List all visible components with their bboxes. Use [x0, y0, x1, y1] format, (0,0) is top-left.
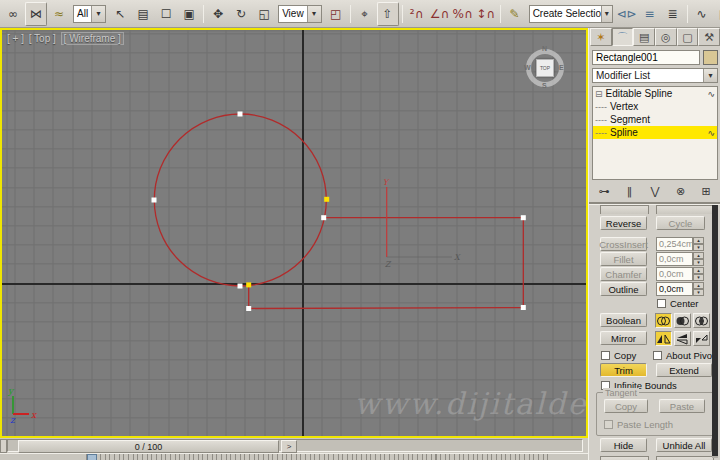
- stack-row-spline-selected[interactable]: ---- Spline ∿: [593, 126, 717, 139]
- copy-checkbox[interactable]: Copy: [601, 350, 636, 361]
- cross-insert-spinner[interactable]: 0,254cm ▴▾: [656, 237, 704, 251]
- checkbox-box[interactable]: [653, 351, 662, 360]
- select-and-link-icon[interactable]: ∞: [2, 2, 24, 26]
- viewport-canvas[interactable]: www.dijitalders YXZyxz [ + ] [ Top ] [ W…: [2, 30, 586, 436]
- make-unique-icon[interactable]: ⋁: [646, 185, 664, 198]
- keyboard-override-toggle-icon[interactable]: ⇧: [377, 2, 399, 26]
- tab-create[interactable]: ✶: [590, 28, 612, 46]
- select-object-icon[interactable]: ↖: [109, 2, 131, 26]
- select-and-scale-icon[interactable]: ◱: [253, 2, 275, 26]
- time-slider-partial-button[interactable]: [0, 439, 7, 453]
- about-pivot-checkbox[interactable]: About Pivot: [653, 350, 715, 361]
- stack-row-icon[interactable]: ∿: [707, 128, 715, 138]
- cycle-button[interactable]: Cycle: [656, 216, 705, 230]
- viewport-shading-label[interactable]: [ Wireframe ]: [61, 32, 124, 45]
- chevron-down-icon[interactable]: ▾: [307, 6, 321, 22]
- partial-button[interactable]: [600, 456, 649, 460]
- layer-manager-icon[interactable]: ≣: [662, 2, 684, 26]
- partial-button[interactable]: [656, 456, 714, 460]
- reference-coordinate-dropdown[interactable]: View▾: [278, 5, 322, 23]
- window-crossing-icon[interactable]: ▣: [178, 2, 200, 26]
- snaps-toggle-icon[interactable]: ²∩: [406, 2, 428, 26]
- panel-scrollbar-thumb[interactable]: [712, 205, 718, 456]
- partial-button[interactable]: [656, 205, 714, 214]
- unlink-selection-icon[interactable]: ⋈: [25, 2, 47, 26]
- mirror-icon[interactable]: ⊲⊳: [616, 2, 638, 26]
- checkbox-box[interactable]: [657, 299, 666, 308]
- curve-editor-icon[interactable]: ∿: [691, 2, 713, 26]
- mirror-vertical-icon[interactable]: [674, 331, 691, 346]
- spline-drawing[interactable]: YXZyxz: [2, 30, 586, 436]
- select-and-rotate-icon[interactable]: ↻: [230, 2, 252, 26]
- stack-row-segment[interactable]: ---- Segment: [593, 113, 717, 126]
- track-bar-handle[interactable]: [87, 454, 97, 460]
- chevron-down-icon[interactable]: ▾: [91, 6, 105, 22]
- viewcube-top-face[interactable]: TOP: [536, 59, 554, 77]
- checkbox-box[interactable]: [604, 420, 613, 429]
- stack-row-vertex[interactable]: ---- Vertex: [593, 100, 717, 113]
- fillet-button[interactable]: Fillet: [600, 252, 647, 266]
- chevron-down-icon[interactable]: ▾: [703, 69, 717, 82]
- pin-stack-icon[interactable]: ⊶: [595, 185, 613, 198]
- chamfer-spinner[interactable]: 0,0cm ▴▾: [656, 267, 704, 281]
- chamfer-button[interactable]: Chamfer: [600, 267, 647, 281]
- modifier-list-dropdown[interactable]: Modifier List ▾: [592, 68, 718, 83]
- mirror-both-icon[interactable]: [693, 331, 710, 346]
- track-bar[interactable]: [0, 453, 588, 460]
- tab-motion[interactable]: ◎: [655, 28, 677, 46]
- percent-snap-toggle-icon[interactable]: %∩: [452, 2, 474, 26]
- bind-to-spacewarp-icon[interactable]: ≈: [48, 2, 70, 26]
- spinner-arrows[interactable]: ▴▾: [693, 267, 704, 281]
- tab-hierarchy[interactable]: ▤: [633, 28, 655, 46]
- tab-display[interactable]: ▢: [677, 28, 699, 46]
- select-by-name-icon[interactable]: ▤: [132, 2, 154, 26]
- hide-button[interactable]: Hide: [600, 438, 647, 452]
- viewcube[interactable]: TOP N E S W: [526, 49, 564, 87]
- tangent-paste-button[interactable]: Paste: [659, 399, 705, 413]
- configure-modifier-sets-icon[interactable]: ⊞: [697, 185, 715, 198]
- rect-selection-region-icon[interactable]: ☐: [155, 2, 177, 26]
- checkbox-box[interactable]: [601, 351, 610, 360]
- edit-named-selection-sets-icon[interactable]: ✎: [504, 2, 526, 26]
- tangent-copy-button[interactable]: Copy: [604, 399, 648, 413]
- outline-spinner[interactable]: 0,0cm ▴▾: [656, 282, 704, 296]
- tab-utilities[interactable]: ⚒: [698, 28, 720, 46]
- object-name-field[interactable]: Rectangle001: [592, 50, 700, 65]
- time-slider-handle[interactable]: 0 / 100: [18, 440, 279, 453]
- trim-button[interactable]: Trim: [600, 363, 647, 377]
- viewport-view-label[interactable]: [ Top ]: [29, 33, 56, 44]
- align-icon[interactable]: ≡: [639, 2, 661, 26]
- spinner-snap-toggle-icon[interactable]: ↕∩: [475, 2, 497, 26]
- time-slider-track[interactable]: 0 / 100 >: [7, 439, 583, 452]
- mirror-button[interactable]: Mirror: [600, 331, 647, 345]
- named-selection-sets-dropdown[interactable]: Create Selection Se▾: [529, 5, 613, 23]
- panel-scrollbar[interactable]: [712, 205, 718, 458]
- cross-insert-button[interactable]: CrossInsert: [600, 237, 647, 251]
- select-and-manipulate-icon[interactable]: ⌖: [354, 2, 376, 26]
- object-color-swatch[interactable]: [703, 50, 718, 65]
- reverse-button[interactable]: Reverse: [600, 216, 647, 230]
- partial-button[interactable]: [600, 205, 649, 214]
- use-pivot-point-center-icon[interactable]: ◰: [325, 2, 347, 26]
- next-frame-button[interactable]: >: [281, 440, 297, 453]
- stack-row-editable-spline[interactable]: ⊟ Editable Spline ∿: [593, 87, 717, 100]
- remove-modifier-icon[interactable]: ⊗: [672, 185, 690, 198]
- show-end-result-icon[interactable]: ‖: [621, 185, 639, 198]
- extend-button[interactable]: Extend: [656, 363, 712, 377]
- tab-modify[interactable]: ⌒: [612, 28, 634, 46]
- selection-filter-dropdown[interactable]: All▾: [73, 5, 106, 23]
- outline-button[interactable]: Outline: [600, 282, 647, 296]
- viewport-menu-label[interactable]: [ + ]: [7, 33, 24, 44]
- fillet-spinner[interactable]: 0,0cm ▴▾: [656, 252, 704, 266]
- paste-length-checkbox[interactable]: Paste Length: [604, 419, 673, 430]
- mirror-horizontal-icon[interactable]: [655, 331, 672, 346]
- center-checkbox[interactable]: Center: [657, 298, 699, 309]
- unhide-all-button[interactable]: Unhide All: [656, 438, 712, 452]
- spinner-arrows[interactable]: ▴▾: [693, 282, 704, 296]
- tree-expand-icon[interactable]: ⊟: [595, 89, 603, 99]
- spinner-arrows[interactable]: ▴▾: [693, 252, 704, 266]
- chevron-down-icon[interactable]: ▾: [601, 6, 612, 22]
- boolean-union-icon[interactable]: [655, 313, 672, 328]
- stack-row-icon[interactable]: ∿: [707, 89, 715, 99]
- select-and-move-icon[interactable]: ✥: [207, 2, 229, 26]
